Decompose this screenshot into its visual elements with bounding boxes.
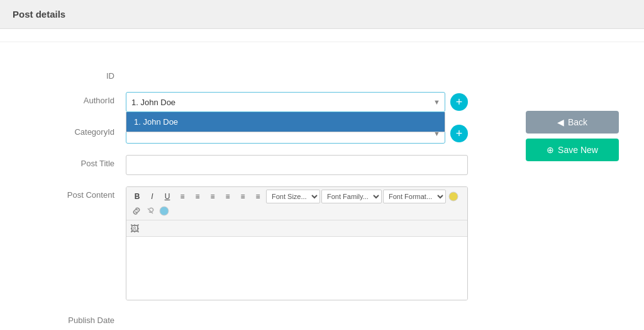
form-area: ID AuthorId 1. John Doe ▼ 1. John Doe <box>50 55 468 325</box>
right-actions: ◀ Back ⊕ Save New <box>526 111 619 161</box>
save-new-button[interactable]: ⊕ Save New <box>526 139 619 161</box>
category-label: CategoryId <box>50 123 126 137</box>
font-family-select[interactable]: Font Family... <box>321 190 382 203</box>
page-header: Post details <box>0 0 644 29</box>
editor-toolbar: B I U ≡ ≡ ≡ ≡ ≡ ≡ Font Size... Font F <box>126 187 467 220</box>
underline-button[interactable]: U <box>160 191 174 202</box>
author-label: AuthorId <box>50 92 126 105</box>
align-center-button[interactable]: ≡ <box>191 191 204 202</box>
editor-wrap: B I U ≡ ≡ ≡ ≡ ≡ ≡ Font Size... Font F <box>126 186 468 300</box>
save-new-label: Save New <box>558 145 598 155</box>
editor-extra-row: 🖼 <box>126 220 467 237</box>
list-ordered-button[interactable]: ≡ <box>236 191 250 202</box>
link-icon[interactable] <box>130 205 143 217</box>
save-new-plus-icon: ⊕ <box>547 145 554 155</box>
page-title: Post details <box>13 9 65 20</box>
post-content-label: Post Content <box>50 186 126 200</box>
post-title-label: Post Title <box>50 155 126 168</box>
author-dropdown-list: 1. John Doe <box>126 112 445 132</box>
author-select[interactable]: 1. John Doe <box>126 92 445 112</box>
list-unordered-button[interactable]: ≡ <box>251 191 265 202</box>
post-title-row: Post Title <box>50 155 468 175</box>
svg-point-1 <box>160 207 169 215</box>
bold-button[interactable]: B <box>130 191 144 202</box>
back-label: Back <box>568 117 587 127</box>
svg-point-0 <box>449 192 458 201</box>
insert-icon[interactable] <box>158 205 170 217</box>
publish-date-row: Publish Date <box>50 312 468 325</box>
align-justify-button[interactable]: ≡ <box>221 191 235 202</box>
unlink-icon[interactable] <box>144 205 157 217</box>
author-row: AuthorId 1. John Doe ▼ 1. John Doe + <box>50 92 468 112</box>
page-body: ID AuthorId 1. John Doe ▼ 1. John Doe <box>0 29 644 330</box>
id-row: ID <box>50 67 468 81</box>
editor-content[interactable] <box>126 237 467 300</box>
font-format-select[interactable]: Font Format... <box>383 190 446 203</box>
back-chevron-icon: ◀ <box>557 117 564 127</box>
font-size-select[interactable]: Font Size... <box>266 190 320 203</box>
author-option-1[interactable]: 1. John Doe <box>126 112 445 132</box>
color-picker-icon[interactable] <box>447 190 460 203</box>
publish-date-label: Publish Date <box>50 312 126 325</box>
author-select-wrapper: 1. John Doe ▼ 1. John Doe <box>126 92 445 112</box>
back-button[interactable]: ◀ Back <box>526 111 619 134</box>
post-content-control-wrap: B I U ≡ ≡ ≡ ≡ ≡ ≡ Font Size... Font F <box>126 186 468 300</box>
image-icon[interactable]: 🖼 <box>130 224 139 234</box>
align-left-button[interactable]: ≡ <box>175 191 189 202</box>
post-title-control-wrap <box>126 155 468 175</box>
id-label: ID <box>50 67 126 81</box>
post-content-row: Post Content B I U ≡ ≡ ≡ ≡ ≡ ≡ Font Si <box>50 186 468 300</box>
author-control-wrap: 1. John Doe ▼ 1. John Doe + <box>126 92 468 112</box>
category-add-button[interactable]: + <box>450 125 468 142</box>
italic-button[interactable]: I <box>145 191 159 202</box>
author-add-button[interactable]: + <box>450 93 468 111</box>
post-title-input[interactable] <box>126 155 468 175</box>
align-right-button[interactable]: ≡ <box>206 191 219 202</box>
id-value-wrap <box>126 67 468 71</box>
